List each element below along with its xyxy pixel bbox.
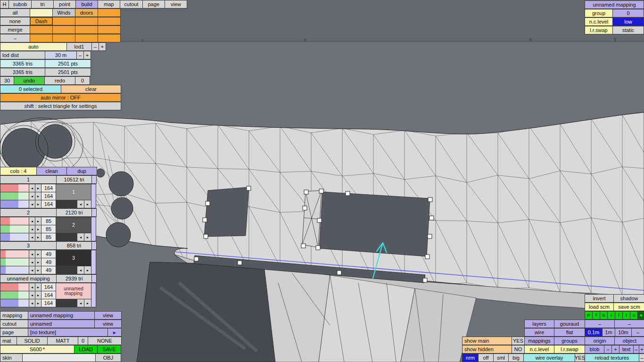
show-hidden-value[interactable]: NO (512, 346, 524, 353)
menu-button-h[interactable]: H (0, 0, 8, 8)
group-next-button[interactable]: ► (84, 299, 91, 307)
obj-export-button[interactable]: OBJ (96, 354, 121, 362)
grid-10m-button[interactable]: 10m (615, 329, 631, 336)
grid-1m-button[interactable]: 1m (603, 329, 615, 336)
clean-button[interactable]: clean (37, 167, 66, 175)
flat-button[interactable]: flat (554, 329, 585, 336)
page-texture-value[interactable]: [no texture] (28, 329, 107, 336)
proj-t-button[interactable]: t (623, 312, 630, 319)
slider-decrement-button[interactable]: ◄ (29, 266, 35, 274)
dist-minus-button[interactable]: – (77, 51, 83, 59)
scrollbar[interactable] (91, 283, 96, 307)
slider-increment-button[interactable]: ► (35, 291, 41, 299)
slider-increment-button[interactable]: ► (35, 250, 41, 258)
mat-matt-select[interactable]: MATT (48, 337, 78, 345)
scrollbar[interactable] (91, 217, 96, 241)
subobject-cell[interactable] (30, 26, 52, 33)
slider-increment-button[interactable]: ► (35, 233, 41, 241)
tab-cutout[interactable]: cutout (120, 0, 142, 8)
gouraud-dash-button[interactable]: – (615, 320, 644, 328)
mat-solid-select[interactable]: SOLID (17, 337, 47, 345)
tab-subob[interactable]: subob (9, 0, 31, 8)
mapping-title[interactable]: unnamed mapping (585, 1, 644, 8)
tab-tri[interactable]: tri (32, 0, 53, 8)
slider-increment-button[interactable]: ► (35, 225, 41, 233)
tab-page[interactable]: page (143, 0, 165, 8)
red-slider[interactable] (0, 217, 29, 225)
blue-slider[interactable] (0, 200, 29, 208)
subobject-cell[interactable] (75, 34, 98, 42)
load-scm-button[interactable]: load scm (585, 303, 613, 311)
group-prev-button[interactable]: ◄ (77, 299, 84, 307)
green-slider[interactable] (0, 192, 29, 200)
group-prev-button[interactable]: ◄ (77, 266, 84, 274)
blue-slider[interactable] (0, 233, 29, 241)
auto-lod-button[interactable]: auto (0, 43, 66, 50)
mapping-value[interactable]: unnamed mapping (28, 312, 94, 319)
redo-button[interactable]: redo (45, 77, 75, 84)
undo-button[interactable]: undo (14, 77, 44, 84)
tab-map[interactable]: map (98, 0, 120, 8)
slider-decrement-button[interactable]: ◄ (29, 233, 35, 241)
wire-button[interactable]: wire (525, 329, 554, 336)
subobject-cell[interactable] (53, 34, 75, 42)
green-slider[interactable] (0, 225, 29, 233)
subobject-doors[interactable]: doors (75, 9, 98, 16)
slider-decrement-button[interactable]: ◄ (29, 299, 35, 307)
slider-increment-button[interactable]: ► (35, 258, 41, 266)
subobject-cell[interactable] (98, 26, 120, 33)
grid-dash-button[interactable]: – (632, 329, 644, 336)
nclevel-value[interactable]: low (613, 18, 644, 25)
subobject-wnds[interactable]: Wnds (53, 9, 75, 16)
shadow-button[interactable]: shadow (614, 295, 644, 302)
group-name[interactable]: unnamed mapping (0, 275, 56, 282)
select-all-button[interactable]: all (0, 9, 30, 16)
lrswap-value[interactable]: static (613, 26, 644, 34)
show-main-toggle[interactable]: show main (462, 337, 512, 345)
nrm-button[interactable]: nrm (462, 354, 478, 362)
proj-f-button[interactable]: f (593, 312, 600, 319)
subobject-cell[interactable] (53, 26, 75, 33)
cutout-value[interactable]: unnamed (28, 320, 94, 328)
lod-plus-button[interactable]: + (99, 43, 106, 50)
slider-decrement-button[interactable]: ◄ (29, 184, 35, 192)
scrollbar[interactable] (91, 184, 96, 208)
save-button[interactable]: SAVE (98, 346, 121, 353)
colour-swatch[interactable]: unnamed mapping (56, 283, 91, 299)
blue-slider[interactable] (0, 299, 29, 307)
end-dash-button[interactable]: – (639, 354, 644, 362)
lod-select[interactable]: lod1 (67, 43, 91, 50)
subobject-cell[interactable] (98, 17, 120, 25)
scrollbar[interactable] (91, 250, 96, 274)
subobject-cell[interactable] (98, 34, 120, 42)
group-prev-button[interactable]: ◄ (77, 233, 84, 241)
auto-mirror-toggle[interactable]: auto mirror : OFF (0, 94, 121, 101)
slider-decrement-button[interactable]: ◄ (29, 291, 35, 299)
invert-button[interactable]: invert (585, 295, 613, 302)
slider-increment-button[interactable]: ► (35, 192, 41, 200)
slider-increment-button[interactable]: ► (35, 283, 41, 291)
nrm-big-button[interactable]: big (509, 354, 523, 362)
blob-plus-button[interactable]: + (612, 346, 619, 353)
wire-overlay-toggle[interactable]: wire overlay (524, 354, 575, 362)
subobject-cell[interactable] (53, 17, 75, 25)
proj-l-button[interactable]: l (615, 312, 622, 319)
colour-swatch[interactable]: 2 (56, 217, 91, 233)
group-value[interactable]: 0 (613, 9, 644, 17)
grid-01m-button[interactable]: 0.1m (585, 329, 602, 336)
text-minus-button[interactable]: – (634, 346, 639, 353)
layers-dash-button[interactable]: – (585, 320, 614, 328)
green-slider[interactable] (0, 258, 29, 266)
scrollbar[interactable] (92, 275, 96, 282)
mappings-button[interactable]: mappings (525, 337, 554, 345)
page-next-button[interactable]: ► (108, 329, 121, 336)
model-name-field[interactable]: S600* (0, 346, 74, 353)
slider-decrement-button[interactable]: ◄ (29, 192, 35, 200)
scrollbar[interactable] (92, 209, 96, 216)
red-slider[interactable] (0, 184, 29, 192)
group-next-button[interactable]: ► (84, 233, 91, 241)
tab-view[interactable]: view (165, 0, 187, 8)
mat-none-select[interactable]: NONE (88, 337, 121, 345)
save-scm-button[interactable]: save scm (614, 303, 644, 311)
colour-swatch[interactable]: 1 (56, 184, 91, 200)
